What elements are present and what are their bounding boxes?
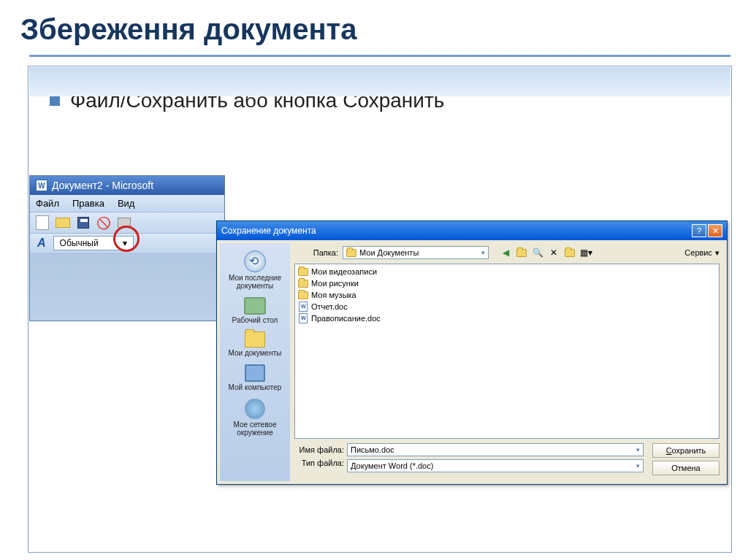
place-network-label: Мое сетевое окружение [224,421,286,437]
desktop-icon [244,297,266,315]
style-combo[interactable]: Обычный ▾ [53,236,134,250]
folder-icon [346,249,356,257]
place-desktop-label: Рабочий стол [232,316,278,324]
bullet-text: Файл/Сохранить або кнопка Сохранить [70,89,444,112]
word-toolbar-format: A Обычный ▾ [30,233,224,253]
chevron-down-icon: ▾ [715,248,720,258]
dialog-bottom: Имя файла: Тип файла: Письмо.doc ▾ Докум… [290,440,724,481]
filetype-combo[interactable]: Документ Word (*.doc) ▾ [347,459,644,472]
filetype-value: Документ Word (*.doc) [351,461,433,470]
chevron-down-icon: ▾ [481,249,485,256]
place-recent[interactable]: Мои последние документы [222,248,288,293]
folder-icon [298,290,308,300]
list-item[interactable]: Мои рисунки [297,277,717,289]
filename-label: Имя файла: [294,445,344,454]
list-item[interactable]: Отчет.doc [297,301,717,312]
open-button[interactable] [55,215,71,231]
bottom-fields: Письмо.doc ▾ Документ Word (*.doc) ▾ [347,443,644,475]
menu-file[interactable]: Файл [36,198,59,209]
tools-menu[interactable]: Сервис ▾ [684,248,720,258]
slide-title: Збереження документа [0,0,748,55]
file-name: Правописание.doc [311,314,381,323]
toolbar-icons: ◀ 🔍 ✕ ▦▾ [499,246,592,259]
word-menubar: Файл Правка Вид [30,195,224,212]
doc-icon [298,313,308,323]
bullet-row: Файл/Сохранить або кнопка Сохранить [50,89,748,112]
list-item[interactable]: Правописание.doc [297,312,717,324]
folder-label: Папка: [294,248,338,257]
file-list[interactable]: Мои видеозаписи Мои рисунки Моя музыка О… [294,264,720,439]
folder-icon [298,278,308,288]
chevron-down-icon: ▾ [636,462,640,469]
folder-combo[interactable]: Мои Документы ▾ [343,246,489,259]
tools-label: Сервис [684,248,712,257]
delete-button[interactable]: ✕ [547,246,560,259]
filename-value: Письмо.doc [351,445,394,454]
dialog-title-text: Сохранение документа [221,226,316,236]
close-button[interactable]: ✕ [708,224,722,237]
save-btn-rest: охранить [672,446,706,455]
back-button[interactable]: ◀ [499,246,512,259]
dialog-body: Мои последние документы Рабочий стол Мои… [217,240,727,484]
folder-icon [298,266,308,277]
places-bar: Мои последние документы Рабочий стол Мои… [220,243,290,481]
word-toolbar-standard: 🚫 [30,212,224,233]
save-button[interactable] [75,215,91,231]
file-name: Мои рисунки [311,279,359,288]
up-button[interactable] [515,246,528,259]
cancel-button[interactable]: Отмена [652,461,720,475]
new-folder-button[interactable] [563,246,576,259]
help-button[interactable]: ? [692,224,706,237]
file-name: Мои видеозаписи [311,267,377,276]
file-name: Отчет.doc [311,302,348,311]
views-button[interactable]: ▦▾ [579,246,592,259]
chevron-down-icon: ▾ [123,238,127,248]
documents-icon [245,331,265,348]
print-button[interactable] [116,215,132,231]
dialog-toolbar: Папка: Мои Документы ▾ ◀ 🔍 ✕ ▦▾ Сервис ▾ [290,243,724,262]
list-item[interactable]: Моя музыка [297,289,717,301]
dialog-window-buttons: ? ✕ [692,224,722,237]
place-network[interactable]: Мое сетевое окружение [222,396,288,440]
bullet-icon [50,96,60,106]
network-icon [245,399,265,419]
menu-edit[interactable]: Правка [72,198,104,209]
file-name: Моя музыка [311,291,356,299]
bottom-buttons: Сохранить Отмена [646,443,720,475]
place-mydocs[interactable]: Мои документы [222,329,288,360]
new-button[interactable] [34,215,50,231]
dialog-titlebar: Сохранение документа ? ✕ [217,221,727,240]
save-dialog: Сохранение документа ? ✕ Мои последние д… [216,220,728,485]
chevron-down-icon: ▾ [636,446,640,453]
search-icon[interactable]: 🔍 [531,246,544,259]
word-app-icon: W [36,180,47,191]
place-mydocs-label: Мои документы [229,349,282,357]
place-desktop[interactable]: Рабочий стол [222,294,288,327]
place-computer-label: Мой компьютер [229,383,282,391]
filename-input[interactable]: Письмо.doc ▾ [347,443,644,456]
word-titlebar: W Документ2 - Microsoft [30,176,224,195]
permission-button[interactable]: 🚫 [96,215,112,231]
recent-icon [244,250,266,272]
filetype-label: Тип файла: [294,459,344,467]
title-underline [29,55,730,57]
dialog-main: Папка: Мои Документы ▾ ◀ 🔍 ✕ ▦▾ Сервис ▾ [290,243,724,481]
computer-icon [245,364,265,382]
place-computer[interactable]: Мой компьютер [222,361,288,394]
bottom-labels: Имя файла: Тип файла: [294,443,344,475]
save-button[interactable]: Сохранить [652,443,720,458]
list-item[interactable]: Мои видеозаписи [297,266,717,277]
word-app-window: W Документ2 - Microsoft Файл Правка Вид … [29,175,225,321]
styles-pane-icon[interactable]: A [34,237,49,250]
style-value: Обычный [60,238,99,248]
menu-view[interactable]: Вид [118,198,135,209]
word-title-text: Документ2 - Microsoft [52,180,153,191]
place-recent-label: Мои последние документы [224,274,286,290]
doc-icon [298,302,308,312]
folder-value: Мои Документы [359,248,419,257]
